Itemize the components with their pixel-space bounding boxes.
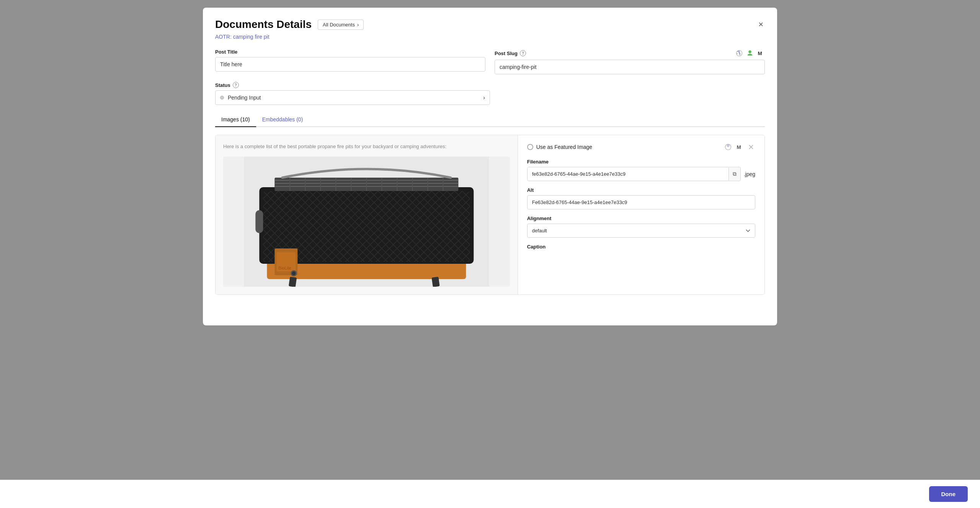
breadcrumb[interactable]: AOTR: camping fire pit — [215, 34, 765, 40]
tab-images[interactable]: Images (10) — [215, 113, 256, 127]
status-label-row: Status ? — [215, 82, 765, 88]
svg-text:M: M — [758, 51, 762, 56]
filename-input[interactable] — [528, 167, 728, 181]
svg-text:M: M — [737, 144, 741, 150]
wordpress-icon — [735, 49, 743, 57]
filename-input-wrapper: ⧉ — [527, 167, 741, 181]
post-slug-input[interactable] — [495, 60, 765, 74]
alignment-select[interactable]: default left center right — [527, 224, 755, 238]
post-slug-help-icon[interactable]: ? — [520, 50, 526, 56]
medium-platform-icon: M — [735, 143, 744, 151]
remove-platform-icon[interactable] — [747, 143, 755, 151]
post-slug-platform-icons: M — [735, 49, 765, 57]
post-slug-group: Post Slug ? — [495, 49, 765, 74]
tab-embeddables[interactable]: Embeddables (0) — [256, 113, 309, 127]
filename-label: Filename — [527, 159, 755, 165]
fire-pit-svg: BioLite — [223, 157, 510, 287]
close-button[interactable]: × — [757, 19, 765, 30]
file-extension-label: .jpeg — [744, 171, 755, 177]
tabs-row: Images (10) Embeddables (0) — [215, 113, 765, 127]
featured-image-radio-label[interactable]: Use as Featured Image — [527, 144, 592, 150]
modal-title: Documents Details — [215, 18, 312, 31]
image-preview-area: Here is a complete list of the best port… — [216, 135, 518, 294]
document-details-modal: Documents Details All Documents › × AOTR… — [203, 8, 777, 325]
modal-header: Documents Details All Documents › × — [215, 18, 765, 31]
wp-platform-icon — [724, 143, 732, 151]
filename-row: ⧉ .jpeg — [527, 167, 755, 181]
fire-pit-image: BioLite — [223, 157, 510, 287]
status-dot — [220, 96, 224, 100]
status-chevron-icon: › — [483, 95, 485, 101]
image-settings-area: Use as Featured Image — [518, 135, 764, 294]
svg-rect-23 — [431, 276, 439, 286]
title-slug-row: Post Title Post Slug ? — [215, 49, 765, 74]
status-text: Pending Input — [228, 95, 483, 101]
featured-image-radio[interactable] — [527, 144, 533, 150]
alignment-label: Alignment — [527, 216, 755, 221]
filename-copy-button[interactable]: ⧉ — [728, 168, 740, 180]
alt-input[interactable] — [527, 195, 755, 209]
image-panel: Here is a complete list of the best port… — [215, 135, 765, 295]
status-select[interactable]: Pending Input › — [215, 90, 490, 105]
featured-image-platform-icons: M — [724, 143, 755, 151]
post-slug-label-row: Post Slug ? — [495, 49, 765, 57]
post-title-label: Post Title — [215, 49, 485, 55]
svg-rect-21 — [255, 210, 263, 233]
status-group: Status ? Pending Input › — [215, 82, 765, 105]
featured-image-row: Use as Featured Image — [527, 143, 755, 151]
svg-text:BioLite: BioLite — [278, 266, 291, 270]
image-caption-text: Here is a complete list of the best port… — [223, 143, 446, 150]
svg-rect-22 — [289, 276, 297, 286]
edit-icon — [746, 49, 754, 57]
medium-icon: M — [756, 49, 765, 57]
post-title-group: Post Title — [215, 49, 485, 74]
all-documents-button[interactable]: All Documents › — [318, 20, 364, 30]
alt-label: Alt — [527, 187, 755, 193]
caption-label: Caption — [527, 244, 755, 250]
status-help-icon[interactable]: ? — [233, 82, 239, 88]
svg-point-28 — [292, 271, 296, 275]
modal-overlay: Documents Details All Documents › × AOTR… — [0, 0, 980, 508]
post-title-input[interactable] — [215, 57, 485, 72]
